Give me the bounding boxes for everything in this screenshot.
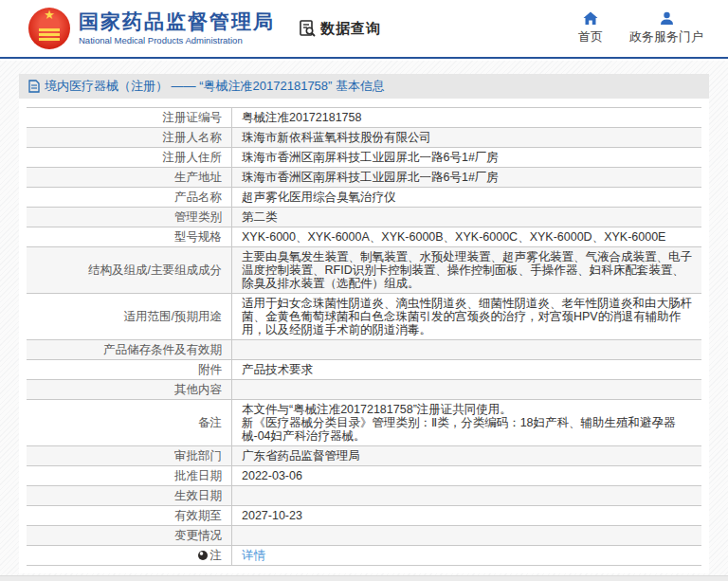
site-title: 国家药品监督管理局 [79, 10, 275, 33]
table-row: 结构及组成/主要组成成分主要由臭氧发生装置、制氧装置、水预处理装置、超声雾化装置… [27, 247, 701, 294]
table-row: 型号规格XYK-6000、XYK-6000A、XYK-6000B、XYK-600… [27, 227, 701, 247]
row-label-text: 变更情况 [174, 529, 222, 542]
note-dot-icon [198, 551, 208, 560]
table-row: 备注本文件与“粤械注准20172181758”注册证共同使用。 新《医疗器械分类… [27, 400, 701, 446]
row-value: 2022-03-06 [232, 466, 701, 485]
page-title: 境内医疗器械（注册） —— “粤械注准20172181758” 基本信息 [45, 78, 385, 95]
row-label: 型号规格 [27, 227, 232, 246]
row-label-text: 产品名称 [174, 191, 222, 204]
nmpa-logo[interactable]: ★ 国家药品监督管理局 National Medical Products Ad… [28, 8, 275, 49]
site-subtitle: National Medical Products Administration [79, 35, 275, 46]
row-label-text: 适用范围/预期用途 [124, 310, 222, 323]
row-label: 注册证编号 [27, 108, 232, 127]
breadcrumb: 境内医疗器械（注册） —— “粤械注准20172181758” 基本信息 [19, 74, 709, 99]
home-icon [583, 11, 598, 26]
row-label-text: 生效日期 [174, 489, 222, 502]
row-label: 管理类别 [27, 208, 232, 227]
row-label-text: 注册人名称 [163, 131, 223, 144]
row-label: 批准日期 [27, 466, 232, 485]
row-label-text: 管理类别 [174, 210, 222, 224]
row-label-text: 备注 [198, 416, 222, 429]
table-row: 产品名称超声雾化医用综合臭氧治疗仪 [27, 188, 701, 208]
row-label-text: 型号规格 [174, 230, 222, 244]
row-label-text: 审批部门 [174, 449, 222, 463]
row-label-text: 注册人住所 [163, 151, 223, 164]
row-value: 本文件与“粤械注准20172181758”注册证共同使用。 新《医疗器械分类目录… [232, 400, 701, 445]
header-nav: 首页 政务服务门户 [578, 11, 715, 45]
row-value: XYK-6000、XYK-6000A、XYK-6000B、XYK-6000C、X… [232, 227, 701, 246]
row-label: 生产地址 [27, 168, 232, 187]
table-row: 注册人住所珠海市香洲区南屏科技工业园屏北一路6号1#厂房 [27, 148, 701, 168]
row-label: 注册人名称 [27, 128, 232, 147]
content-panel: 境内医疗器械（注册） —— “粤械注准20172181758” 基本信息 注册证… [19, 74, 709, 573]
nav-gov-service-portal[interactable]: 政务服务门户 [629, 11, 703, 45]
row-value: 超声雾化医用综合臭氧治疗仪 [232, 188, 701, 207]
nav-data-query[interactable]: 数据查询 [298, 19, 381, 38]
row-label: 其他内容 [27, 380, 232, 399]
document-icon [28, 80, 40, 93]
table-row: 注册证编号粤械注准20172181758 [27, 108, 701, 128]
nav-home-label: 首页 [578, 28, 603, 45]
row-label: 审批部门 [27, 446, 232, 465]
row-value: 珠海市香洲区南屏科技工业园屏北一路6号1#厂房 [232, 148, 701, 167]
row-label-text: 附件 [198, 363, 222, 376]
row-label-text: 注册证编号 [163, 111, 223, 124]
row-value: 第二类 [232, 208, 701, 227]
row-label-text: 其他内容 [174, 383, 222, 396]
row-label: 变更情况 [27, 526, 232, 545]
national-emblem-icon: ★ [28, 8, 70, 49]
row-label: 产品名称 [27, 188, 232, 207]
row-value: 详情 [232, 546, 701, 565]
row-value: 产品技术要求 [232, 360, 701, 379]
detail-link[interactable]: 详情 [242, 549, 265, 562]
data-query-label: 数据查询 [320, 20, 381, 38]
row-label: 结构及组成/主要组成成分 [27, 247, 232, 293]
row-label: 生效日期 [27, 486, 232, 505]
doc-search-icon [298, 19, 317, 38]
table-row: 其他内容 [27, 380, 701, 400]
row-value: 适用于妇女念珠菌性阴道炎、滴虫性阴道炎、细菌性阴道炎、老年性阴道炎和由大肠杆菌、… [232, 294, 701, 339]
table-row: 审批部门广东省药品监督管理局 [27, 446, 701, 466]
nav-gov-portal-label: 政务服务门户 [629, 28, 703, 45]
row-label: 备注 [27, 400, 232, 445]
table-row: 注详情 [27, 546, 701, 566]
row-label: 注 [27, 546, 232, 565]
row-label-text: 注 [210, 549, 223, 562]
row-label-text: 结构及组成/主要组成成分 [88, 263, 222, 277]
site-header: ★ 国家药品监督管理局 National Medical Products Ad… [0, 0, 728, 59]
footer-strip [0, 575, 728, 581]
table-row: 有效期至2027-10-23 [27, 506, 701, 526]
row-value [232, 343, 701, 356]
row-label: 适用范围/预期用途 [27, 294, 232, 339]
row-value [232, 529, 701, 542]
row-value: 珠海市香洲区南屏科技工业园屏北一路6号1#厂房 [232, 168, 701, 187]
row-label-text: 有效期至 [174, 509, 222, 522]
row-label-text: 生产地址 [174, 171, 222, 184]
row-label-text: 批准日期 [174, 469, 222, 482]
table-row: 生产地址珠海市香洲区南屏科技工业园屏北一路6号1#厂房 [27, 168, 701, 188]
row-label: 有效期至 [27, 506, 232, 525]
table-row: 生效日期 [27, 486, 701, 506]
table-row: 变更情况 [27, 526, 701, 546]
table-row: 管理类别第二类 [27, 208, 701, 227]
table-row: 附件产品技术要求 [27, 360, 701, 380]
row-value: 广东省药品监督管理局 [232, 446, 701, 465]
user-icon [660, 11, 674, 26]
row-value: 粤械注准20172181758 [232, 108, 701, 127]
row-label: 产品储存条件及有效期 [27, 340, 232, 359]
row-label: 附件 [27, 360, 232, 379]
nav-home[interactable]: 首页 [578, 11, 603, 45]
row-value [232, 383, 701, 396]
row-label-text: 产品储存条件及有效期 [103, 343, 222, 356]
row-value: 主要由臭氧发生装置、制氧装置、水预处理装置、超声雾化装置、气液合成装置、电子温度… [232, 247, 701, 293]
row-value [232, 489, 701, 502]
row-value: 2027-10-23 [232, 506, 701, 525]
page-background: 境内医疗器械（注册） —— “粤械注准20172181758” 基本信息 注册证… [0, 61, 728, 581]
table-row: 适用范围/预期用途适用于妇女念珠菌性阴道炎、滴虫性阴道炎、细菌性阴道炎、老年性阴… [27, 294, 701, 340]
row-value: 珠海市新依科蓝氧科技股份有限公司 [232, 128, 701, 147]
table-row: 批准日期2022-03-06 [27, 466, 701, 486]
info-table: 注册证编号粤械注准20172181758注册人名称珠海市新依科蓝氧科技股份有限公… [27, 107, 701, 566]
table-row: 产品储存条件及有效期 [27, 340, 701, 360]
row-label: 注册人住所 [27, 148, 232, 167]
table-row: 注册人名称珠海市新依科蓝氧科技股份有限公司 [27, 128, 701, 148]
